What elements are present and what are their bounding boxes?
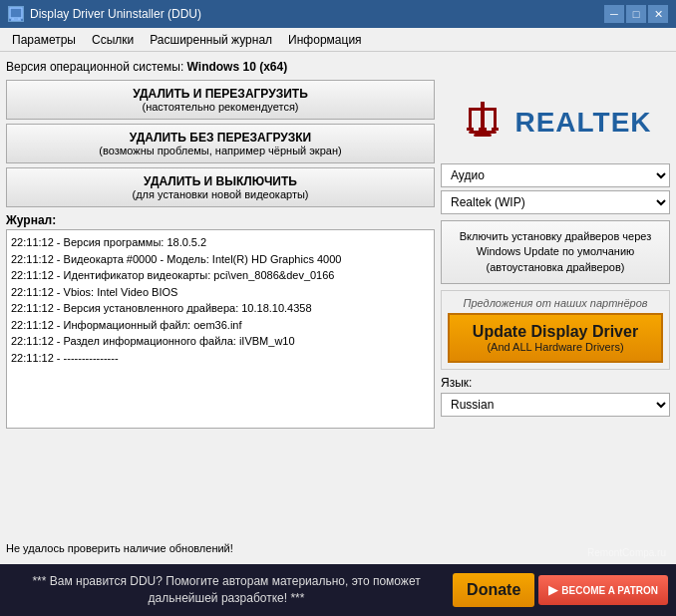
app-icon [8, 6, 24, 22]
bottom-bar: *** Вам нравится DDU? Помогите авторам м… [0, 564, 676, 616]
log-line: 22:11:12 - Раздел информационного файла:… [11, 333, 430, 350]
log-line: 22:11:12 - Vbios: Intel Video BIOS [11, 284, 430, 301]
delete-shutdown-button[interactable]: УДАЛИТЬ И ВЫКЛЮЧИТЬ (для установки новой… [6, 167, 435, 207]
brand-name: REALTEK [514, 107, 651, 139]
language-dropdown[interactable]: Russian English German French [441, 393, 670, 417]
title-controls: ─ □ ✕ [604, 5, 668, 23]
update-driver-button[interactable]: Update Display Driver (And ALL Hardware … [448, 313, 663, 363]
svg-rect-12 [474, 134, 492, 137]
title-text: Display Driver Uninstaller (DDU) [30, 7, 201, 21]
windows-update-button[interactable]: Включить установку драйверов через Windo… [441, 220, 670, 284]
log-line: 22:11:12 - Идентификатор видеокарты: pci… [11, 267, 430, 284]
svg-rect-11 [469, 131, 497, 134]
os-value: Windows 10 (x64) [187, 60, 288, 74]
become-patron-button[interactable]: ▶ BECOME A PATRON [538, 575, 668, 605]
left-panel: Версия операционной системы: Windows 10 … [6, 58, 435, 558]
os-prefix: Версия операционной системы: [6, 60, 187, 74]
main-content: Версия операционной системы: Windows 10 … [0, 52, 676, 564]
bottom-text: *** Вам нравится DDU? Помогите авторам м… [8, 573, 445, 607]
category-dropdown[interactable]: Аудио Видео Сеть [441, 163, 670, 187]
log-line: 22:11:12 - Версия программы: 18.0.5.2 [11, 234, 430, 251]
log-line: 22:11:12 - --------------- [11, 350, 430, 367]
maximize-button[interactable]: □ [626, 5, 646, 23]
delete-reboot-sub: (настоятельно рекомендуется) [17, 101, 424, 113]
delete-reboot-main: УДАЛИТЬ И ПЕРЕЗАГРУЗИТЬ [17, 87, 424, 101]
watermark: RemontCompa.ru [587, 547, 666, 558]
menu-links[interactable]: Ссылки [84, 31, 142, 49]
minimize-button[interactable]: ─ [604, 5, 624, 23]
svg-rect-0 [10, 8, 22, 18]
log-section: Журнал: 22:11:12 - Версия программы: 18.… [6, 213, 435, 534]
donate-button[interactable]: Donate [453, 573, 534, 607]
delete-no-reboot-main: УДАЛИТЬ БЕЗ ПЕРЕЗАГРУЗКИ [17, 131, 424, 145]
svg-rect-10 [492, 128, 499, 131]
svg-rect-4 [481, 102, 485, 128]
partner-label: Предложения от наших партнёров [448, 297, 663, 309]
update-driver-line2: (And ALL Hardware Drivers) [458, 341, 653, 353]
update-driver-line1: Update Display Driver [458, 323, 653, 341]
driver-dropdown[interactable]: Realtek (WIP) Intel AMD [441, 190, 670, 214]
delete-shutdown-main: УДАЛИТЬ И ВЫКЛЮЧИТЬ [17, 174, 424, 188]
right-panel: REALTEK Аудио Видео Сеть Realtek (WIP) I… [441, 58, 670, 558]
menu-info[interactable]: Информация [280, 31, 369, 49]
menu-params[interactable]: Параметры [4, 31, 84, 49]
os-info: Версия операционной системы: Windows 10 … [6, 58, 435, 76]
delete-no-reboot-button[interactable]: УДАЛИТЬ БЕЗ ПЕРЕЗАГРУЗКИ (возможны пробл… [6, 124, 435, 163]
log-box[interactable]: 22:11:12 - Версия программы: 18.0.5.222:… [6, 229, 435, 429]
delete-reboot-button[interactable]: УДАЛИТЬ И ПЕРЕЗАГРУЗИТЬ (настоятельно ре… [6, 80, 435, 120]
log-line: 22:11:12 - Версия установленного драйвер… [11, 300, 430, 317]
log-line: 22:11:12 - Видеокарта #0000 - Модель: In… [11, 251, 430, 268]
title-bar-left: Display Driver Uninstaller (DDU) [8, 6, 201, 22]
delete-shutdown-sub: (для установки новой видеокарты) [17, 188, 424, 200]
close-button[interactable]: ✕ [648, 5, 668, 23]
brand-icon [459, 96, 507, 150]
log-label: Журнал: [6, 213, 435, 227]
svg-rect-9 [479, 128, 487, 131]
brand-logo: REALTEK [441, 88, 670, 157]
log-line: 22:11:12 - Информационный файл: oem36.in… [11, 317, 430, 334]
donate-group: Donate ▶ BECOME A PATRON [453, 573, 668, 607]
patron-icon: ▶ [548, 583, 557, 597]
language-label: Язык: [441, 376, 670, 390]
driver-category-group: Аудио Видео Сеть Realtek (WIP) Intel AMD [441, 163, 670, 214]
update-check: Не удалось проверить наличие обновлений! [6, 538, 435, 558]
app-window: Display Driver Uninstaller (DDU) ─ □ ✕ П… [0, 0, 676, 616]
svg-rect-7 [469, 108, 497, 111]
delete-no-reboot-sub: (возможны проблемы, например чёрный экра… [17, 145, 424, 156]
patron-label: BECOME A PATRON [561, 585, 658, 596]
partner-section: Предложения от наших партнёров Update Di… [441, 290, 670, 370]
language-section: Язык: Russian English German French [441, 376, 670, 417]
title-bar: Display Driver Uninstaller (DDU) ─ □ ✕ [0, 0, 676, 28]
menu-bar: Параметры Ссылки Расширенный журнал Инфо… [0, 28, 676, 52]
svg-rect-8 [467, 128, 474, 131]
menu-journal[interactable]: Расширенный журнал [142, 31, 280, 49]
